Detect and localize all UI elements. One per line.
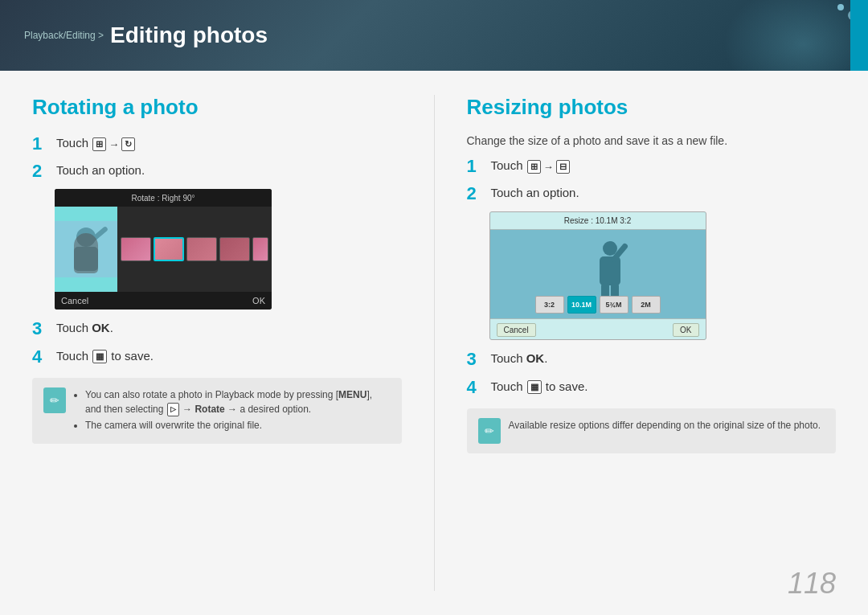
- rotate-bottom-bar: Cancel OK: [55, 292, 272, 310]
- rotating-title: Rotating a photo: [32, 95, 402, 120]
- header: Playback/Editing > Editing photos: [0, 0, 868, 71]
- header-decoration: [627, 0, 868, 71]
- step-num-3: 3: [32, 319, 48, 338]
- rotate-content-area: [55, 207, 272, 292]
- resize-info-text: Available resize options differ dependin…: [509, 418, 821, 433]
- breadcrumb: Playback/Editing >: [24, 30, 104, 41]
- svg-point-1: [76, 228, 96, 247]
- thumb-1[interactable]: [121, 237, 151, 261]
- save-icon-resize: ▦: [527, 380, 542, 394]
- resize-step4-text: Touch ▦ to save.: [491, 378, 588, 395]
- rotate-preview: [55, 221, 117, 277]
- step-num-4: 4: [32, 347, 48, 367]
- resize-top-bar: Resize : 10.1M 3:2: [490, 212, 706, 230]
- ok-label-resize: OK: [526, 351, 545, 365]
- resize-step-3: 3 Touch OK.: [467, 350, 837, 369]
- rotate-screen: Rotate : Right 90°: [55, 189, 272, 310]
- menu-icon: ⊞: [92, 137, 106, 151]
- rotate-step-3: 3 Touch OK.: [32, 319, 402, 338]
- info-icon-rotate: [43, 387, 66, 413]
- resize-step-2: 2 Touch an option.: [467, 184, 837, 203]
- rotating-section: Rotating a photo 1 Touch ⊞→↻ 2 Touch an …: [32, 95, 402, 591]
- resizing-section: Resizing photos Change the size of a pho…: [467, 95, 837, 591]
- rotate-cancel-btn[interactable]: Cancel: [61, 296, 88, 305]
- rotate-step-2: 2 Touch an option.: [32, 162, 402, 181]
- rotate-step3-text: Touch OK.: [56, 319, 113, 334]
- rotate-top-bar: Rotate : Right 90°: [55, 189, 272, 207]
- resize-step-num-1: 1: [467, 157, 483, 176]
- column-divider: [434, 95, 435, 591]
- main-content: Rotating a photo 1 Touch ⊞→↻ 2 Touch an …: [0, 71, 868, 615]
- rotate-icon: ↻: [121, 137, 135, 151]
- thumb-2-selected[interactable]: [154, 237, 184, 261]
- resize-opt-1[interactable]: 3:2: [535, 296, 564, 314]
- resize-screenshot: Resize : 10.1M 3:2: [489, 211, 837, 340]
- rotate-step-1: 1 Touch ⊞→↻: [32, 134, 402, 154]
- resize-step1-text: Touch ⊞→⊟: [491, 157, 571, 174]
- resize-step2-text: Touch an option.: [491, 184, 579, 199]
- resize-step-4: 4 Touch ▦ to save.: [467, 378, 837, 397]
- rotate-step-4: 4 Touch ▦ to save.: [32, 347, 402, 367]
- blue-tab: [850, 0, 868, 71]
- resize-step3-text: Touch OK.: [491, 350, 548, 365]
- svg-rect-6: [600, 256, 620, 285]
- thumb-5[interactable]: [252, 237, 268, 261]
- rotate-label: Rotate : Right 90°: [131, 194, 194, 203]
- page-title: Editing photos: [110, 23, 268, 48]
- thumb-3[interactable]: [186, 237, 217, 261]
- resize-content-area: 3:2 10.1M 5¾M 2M: [490, 230, 706, 318]
- resize-opt-4[interactable]: 2M: [632, 296, 661, 314]
- svg-point-5: [603, 241, 617, 256]
- rotate-screenshot: Rotate : Right 90°: [55, 189, 402, 310]
- resize-opt-3[interactable]: 5¾M: [600, 296, 628, 314]
- menu-icon-resize: ⊞: [527, 160, 541, 174]
- resizing-subtitle: Change the size of a photo and save it a…: [467, 134, 837, 147]
- resize-bottom-bar: Cancel OK: [490, 318, 706, 340]
- rotate-step2-text: Touch an option.: [56, 162, 145, 177]
- page-number: 118: [788, 567, 836, 601]
- resize-screen: Resize : 10.1M 3:2: [489, 211, 706, 340]
- rotated-img-svg: [55, 221, 117, 277]
- resize-cancel-btn[interactable]: Cancel: [497, 323, 536, 337]
- resize-options: 3:2 10.1M 5¾M 2M: [535, 296, 661, 314]
- resize-step-num-2: 2: [467, 184, 483, 203]
- save-icon-rotate: ▦: [92, 350, 107, 363]
- rotate-main-image: [55, 207, 117, 292]
- rotate-step1-text: Touch ⊞→↻: [56, 134, 136, 151]
- resize-label: Resize : 10.1M 3:2: [564, 216, 631, 225]
- resize-step-num-3: 3: [467, 350, 483, 369]
- resize-icon: ⊟: [556, 160, 570, 174]
- rotate-step4-text: Touch ▦ to save.: [56, 347, 154, 364]
- resize-step-num-4: 4: [467, 378, 483, 397]
- ok-label: OK: [92, 321, 110, 334]
- resize-info-box: Available resize options differ dependin…: [467, 408, 837, 453]
- resizing-title: Resizing photos: [467, 95, 837, 120]
- rotate-info-text: You can also rotate a photo in Playback …: [74, 387, 391, 435]
- info-icon-resize: [478, 418, 501, 444]
- step-num-1: 1: [32, 134, 48, 154]
- svg-rect-2: [74, 247, 98, 271]
- step-num-2: 2: [32, 162, 48, 181]
- rotate-ok-btn[interactable]: OK: [252, 296, 265, 305]
- resize-ok-btn[interactable]: OK: [673, 323, 698, 337]
- resize-opt-2-selected[interactable]: 10.1M: [567, 296, 596, 314]
- resize-step-1: 1 Touch ⊞→⊟: [467, 157, 837, 176]
- thumb-4[interactable]: [219, 237, 250, 261]
- play-icon: ▷: [167, 403, 179, 417]
- rotate-info-box: You can also rotate a photo in Playback …: [32, 378, 402, 445]
- rotate-thumbnails: [117, 207, 272, 292]
